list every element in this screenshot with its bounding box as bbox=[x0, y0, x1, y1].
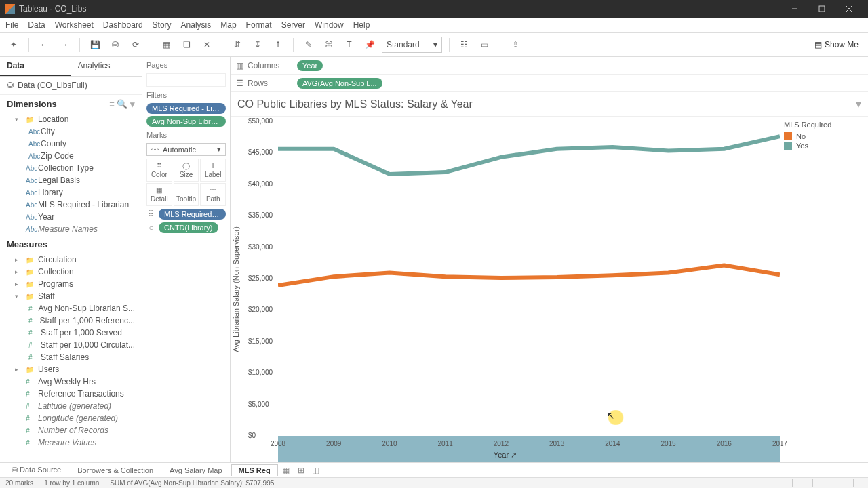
dimension-field[interactable]: AbcCollection Type bbox=[0, 162, 142, 174]
label-button[interactable]: T bbox=[341, 37, 357, 53]
measure-field[interactable]: #Number of Records bbox=[0, 424, 142, 436]
mark-type-dropdown[interactable]: 〰Automatic▾ bbox=[146, 143, 226, 156]
legend: MLS Required No Yes bbox=[780, 117, 868, 462]
measure-field[interactable]: #Measure Values bbox=[0, 436, 142, 449]
dimension-field[interactable]: AbcZip Code bbox=[0, 150, 142, 162]
columns-icon: ▥ bbox=[236, 61, 243, 70]
sheet-tab-borrowers[interactable]: Borrowers & Collection bbox=[70, 464, 161, 476]
mark-pill-cntd[interactable]: CNTD(Library) bbox=[159, 222, 218, 233]
dimension-field[interactable]: ▾📁Location bbox=[0, 113, 142, 125]
menu-dashboard[interactable]: Dashboard bbox=[103, 20, 143, 30]
mark-size-button[interactable]: ◯Size bbox=[174, 159, 199, 182]
menu-format[interactable]: Format bbox=[246, 20, 272, 30]
chart-canvas[interactable]: Avg Librarian Salary (Non-Supervisor) Ye… bbox=[231, 117, 780, 462]
fit-dropdown[interactable]: Standard▾ bbox=[382, 37, 442, 53]
mark-color-button[interactable]: ⠿Color bbox=[146, 159, 172, 182]
close-button[interactable] bbox=[835, 0, 863, 18]
dimension-field[interactable]: AbcMLS Required - Librarian bbox=[0, 199, 142, 211]
measure-field[interactable]: ▸📁Circulation bbox=[0, 253, 142, 266]
dimension-field[interactable]: AbcMeasure Names bbox=[0, 223, 142, 235]
minimize-button[interactable] bbox=[781, 0, 808, 18]
status-icon[interactable] bbox=[792, 479, 802, 487]
highlight-button[interactable]: ✎ bbox=[300, 37, 317, 53]
sheet-tab-salarymap[interactable]: Avg Salary Map bbox=[162, 464, 229, 476]
measure-field[interactable]: #Latitude (generated) bbox=[0, 400, 142, 412]
rows-pill-avg[interactable]: AVG(Avg Non-Sup L... bbox=[297, 78, 382, 89]
menu-server[interactable]: Server bbox=[281, 20, 305, 30]
presentation-button[interactable]: ▭ bbox=[477, 37, 493, 53]
measure-field[interactable]: #Staff per 10,000 Circulat... bbox=[0, 339, 142, 351]
show-me-button[interactable]: ▤ Show Me bbox=[810, 40, 863, 49]
dimension-field[interactable]: AbcLegal Basis bbox=[0, 174, 142, 186]
columns-pill-year[interactable]: Year bbox=[297, 60, 323, 71]
sort-desc-button[interactable]: ↥ bbox=[270, 37, 286, 53]
measure-field[interactable]: ▸📁Users bbox=[0, 363, 142, 375]
new-worksheet-tab[interactable]: ▦ bbox=[279, 466, 293, 475]
mark-label-button[interactable]: TLabel bbox=[200, 159, 226, 182]
menu-window[interactable]: Window bbox=[315, 20, 344, 30]
measure-field[interactable]: ▸📁Collection bbox=[0, 266, 142, 278]
share-button[interactable]: ⇪ bbox=[507, 37, 524, 53]
mark-path-button[interactable]: 〰Path bbox=[200, 183, 226, 206]
filters-shelf[interactable]: MLS Required - Libra.. Avg Non-Sup Libra… bbox=[146, 103, 226, 127]
forward-button[interactable]: → bbox=[56, 37, 73, 53]
menu-file[interactable]: File bbox=[5, 20, 18, 30]
dimension-field[interactable]: AbcCity bbox=[0, 125, 142, 138]
menu-data[interactable]: Data bbox=[28, 20, 45, 30]
menu-worksheet[interactable]: Worksheet bbox=[55, 20, 94, 30]
tab-analytics[interactable]: Analytics bbox=[71, 57, 142, 76]
datasource-item[interactable]: ⛁ Data (CO_LibsFull) bbox=[0, 77, 142, 95]
new-datasource-button[interactable]: ⛁ bbox=[107, 37, 123, 53]
dimensions-tools-icon[interactable]: ≡ 🔍 ▾ bbox=[109, 99, 135, 109]
status-icon[interactable] bbox=[853, 479, 863, 487]
measure-field[interactable]: #Avg Weekly Hrs bbox=[0, 375, 142, 388]
filter-pill-avg[interactable]: Avg Non-Sup Librari.. bbox=[146, 116, 226, 127]
measure-field[interactable]: #Staff per 1,000 Served bbox=[0, 327, 142, 339]
pages-shelf[interactable] bbox=[146, 73, 226, 87]
swap-button[interactable]: ⇵ bbox=[229, 37, 245, 53]
dimension-field[interactable]: AbcYear bbox=[0, 211, 142, 223]
status-icon[interactable] bbox=[833, 479, 842, 487]
back-button[interactable]: ← bbox=[36, 37, 52, 53]
rows-shelf[interactable]: ☰Rows AVG(Avg Non-Sup L... bbox=[231, 75, 868, 92]
new-story-tab[interactable]: ◫ bbox=[309, 466, 323, 475]
group-button[interactable]: ⌘ bbox=[321, 37, 337, 53]
measure-field[interactable]: ▾📁Staff bbox=[0, 290, 142, 302]
status-icon[interactable] bbox=[812, 479, 822, 487]
legend-item-no[interactable]: No bbox=[784, 131, 864, 141]
menu-story[interactable]: Story bbox=[153, 20, 172, 30]
maximize-button[interactable] bbox=[808, 0, 835, 18]
mark-pill-mls[interactable]: MLS Required -.. bbox=[159, 209, 226, 220]
duplicate-button[interactable]: ❏ bbox=[178, 37, 195, 53]
measure-field[interactable]: #Longitude (generated) bbox=[0, 412, 142, 424]
sheet-tab-mlsreq[interactable]: MLS Req bbox=[231, 464, 278, 476]
mark-tooltip-button[interactable]: ☰Tooltip bbox=[174, 183, 199, 206]
tableau-icon[interactable]: ✦ bbox=[5, 37, 22, 53]
measure-field[interactable]: #Reference Transactions bbox=[0, 388, 142, 400]
fix-button[interactable]: 📌 bbox=[361, 37, 378, 53]
new-worksheet-button[interactable]: ▦ bbox=[158, 37, 174, 53]
save-button[interactable]: 💾 bbox=[87, 37, 103, 53]
legend-item-yes[interactable]: Yes bbox=[784, 141, 864, 150]
datasource-tab[interactable]: ⛁ Data Source bbox=[4, 464, 68, 476]
clear-button[interactable]: ✕ bbox=[199, 37, 215, 53]
measure-field[interactable]: #Staff per 1,000 Referenc... bbox=[0, 314, 142, 327]
tab-data[interactable]: Data bbox=[0, 57, 71, 76]
view-cards-button[interactable]: ☷ bbox=[456, 37, 473, 53]
mark-detail-button[interactable]: ▦Detail bbox=[146, 183, 172, 206]
refresh-button[interactable]: ⟳ bbox=[127, 37, 144, 53]
menu-analysis[interactable]: Analysis bbox=[181, 20, 212, 30]
measure-field[interactable]: #Staff Salaries bbox=[0, 351, 142, 363]
measure-field[interactable]: ▸📁Programs bbox=[0, 278, 142, 290]
dimension-field[interactable]: AbcLibrary bbox=[0, 186, 142, 199]
measure-field[interactable]: #Avg Non-Sup Librarian S... bbox=[0, 302, 142, 314]
dimension-field[interactable]: AbcCounty bbox=[0, 138, 142, 150]
new-dashboard-tab[interactable]: ⊞ bbox=[294, 466, 308, 475]
menu-map[interactable]: Map bbox=[220, 20, 236, 30]
viz-title[interactable]: CO Public Libaries by MLS Status: Salary… bbox=[231, 92, 868, 117]
menu-help[interactable]: Help bbox=[353, 20, 370, 30]
sort-asc-button[interactable]: ↧ bbox=[250, 37, 266, 53]
filter-pill-mls[interactable]: MLS Required - Libra.. bbox=[146, 103, 226, 114]
chevron-down-icon[interactable]: ▾ bbox=[856, 98, 861, 110]
columns-shelf[interactable]: ▥Columns Year bbox=[231, 57, 868, 75]
